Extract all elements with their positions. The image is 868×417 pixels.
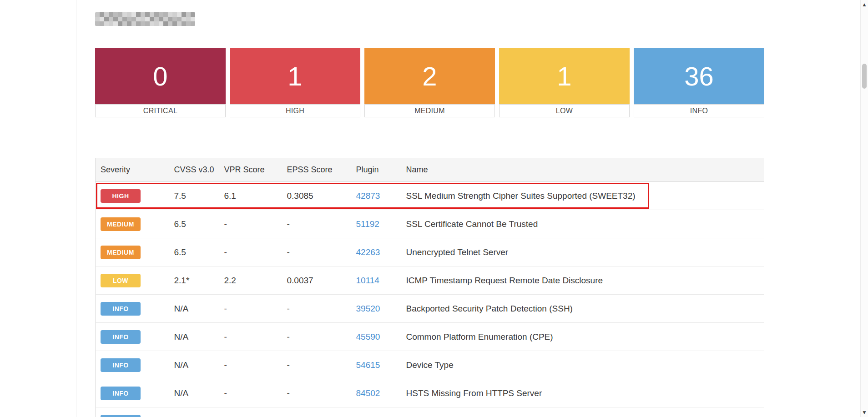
severity-card-label: CRITICAL xyxy=(95,104,226,117)
scroll-up-icon[interactable]: ▲ xyxy=(861,2,868,7)
table-row: INFO N/A - - 45590 Common Platform Enume… xyxy=(96,323,764,351)
severity-cell: LOW xyxy=(96,266,169,295)
severity-card-label: MEDIUM xyxy=(364,104,495,117)
vpr-value: - xyxy=(219,295,282,323)
severity-cell: INFO xyxy=(96,407,169,417)
plugin-cell: 45590 xyxy=(351,323,401,351)
severity-card-count: 1 xyxy=(230,48,360,104)
severity-card: 1 HIGH xyxy=(230,48,360,117)
epss-value: 0.0037 xyxy=(282,266,351,295)
severity-cell: INFO xyxy=(96,351,169,379)
severity-badge: INFO xyxy=(101,358,141,372)
finding-name: ICMP Timestamp Request Remote Date Discl… xyxy=(401,266,764,295)
plugin-cell: 10114 xyxy=(351,266,401,295)
severity-cell: HIGH xyxy=(96,182,169,210)
epss-value: - xyxy=(282,295,351,323)
plugin-cell xyxy=(351,407,401,417)
column-header: Name xyxy=(401,158,764,182)
severity-card-label: LOW xyxy=(499,104,630,117)
severity-badge: HIGH xyxy=(101,189,141,203)
column-header: Plugin xyxy=(351,158,401,182)
severity-cell: INFO xyxy=(96,323,169,351)
cvss-value: 6.5 xyxy=(169,210,219,238)
cvss-value: N/A xyxy=(169,323,219,351)
scroll-down-icon[interactable]: ▼ xyxy=(861,410,868,415)
table-row: INFO N/A - - 54615 Device Type xyxy=(96,351,764,379)
vpr-value: - xyxy=(219,379,282,407)
finding-name xyxy=(401,407,764,417)
finding-name: Device Type xyxy=(401,351,764,379)
severity-card-count: 36 xyxy=(634,48,764,104)
vertical-scrollbar[interactable]: ▲ ▼ xyxy=(860,0,868,417)
plugin-link[interactable]: 42873 xyxy=(356,191,380,201)
plugin-link[interactable]: 39520 xyxy=(356,304,380,313)
table-row: INFO xyxy=(96,407,764,417)
plugin-cell: 54615 xyxy=(351,351,401,379)
severity-badge: LOW xyxy=(101,274,141,287)
severity-card-label: INFO xyxy=(634,104,764,117)
vpr-value: - xyxy=(219,210,282,238)
table-row: MEDIUM 6.5 - - 42263 Unencrypted Telnet … xyxy=(96,238,764,266)
severity-badge: INFO xyxy=(101,387,141,400)
severity-card: 36 INFO xyxy=(634,48,764,117)
cvss-value xyxy=(169,407,219,417)
plugin-link[interactable]: 10114 xyxy=(356,276,379,285)
cvss-value: 7.5 xyxy=(169,182,219,210)
vpr-value: - xyxy=(219,351,282,379)
severity-badge: INFO xyxy=(101,302,141,316)
report-content: 0 CRITICAL 1 HIGH 2 MEDIUM 1 LOW 36 INFO… xyxy=(95,0,764,417)
severity-cell: INFO xyxy=(96,295,169,323)
severity-card: 0 CRITICAL xyxy=(95,48,226,117)
severity-cell: MEDIUM xyxy=(96,238,169,266)
plugin-cell: 51192 xyxy=(351,210,401,238)
finding-name: Backported Security Patch Detection (SSH… xyxy=(401,295,764,323)
severity-card-count: 0 xyxy=(95,48,226,104)
severity-card: 2 MEDIUM xyxy=(364,48,495,117)
severity-card-label: HIGH xyxy=(230,104,360,117)
plugin-link[interactable]: 54615 xyxy=(356,360,380,370)
epss-value: - xyxy=(282,351,351,379)
plugin-link[interactable]: 45590 xyxy=(356,332,380,342)
plugin-link[interactable]: 84502 xyxy=(356,388,380,398)
epss-value xyxy=(282,407,351,417)
severity-cell: MEDIUM xyxy=(96,210,169,238)
table-row: MEDIUM 6.5 - - 51192 SSL Certificate Can… xyxy=(96,210,764,238)
epss-value: 0.3085 xyxy=(282,182,351,210)
cvss-value: N/A xyxy=(169,295,219,323)
severity-card-count: 2 xyxy=(364,48,495,104)
findings-table-wrap: SeverityCVSS v3.0VPR ScoreEPSS ScorePlug… xyxy=(95,158,764,417)
column-header: VPR Score xyxy=(219,158,282,182)
vpr-value: 6.1 xyxy=(219,182,282,210)
severity-card: 1 LOW xyxy=(499,48,630,117)
findings-table: SeverityCVSS v3.0VPR ScoreEPSS ScorePlug… xyxy=(95,158,764,417)
plugin-link[interactable]: 42263 xyxy=(356,247,380,257)
finding-name: Unencrypted Telnet Server xyxy=(401,238,764,266)
finding-name: SSL Certificate Cannot Be Trusted xyxy=(401,210,764,238)
vpr-value xyxy=(219,407,282,417)
redacted-host-title xyxy=(95,12,195,26)
table-row: INFO N/A - - 39520 Backported Security P… xyxy=(96,295,764,323)
table-header-row: SeverityCVSS v3.0VPR ScoreEPSS ScorePlug… xyxy=(96,158,764,182)
severity-badge: MEDIUM xyxy=(101,246,141,259)
cvss-value: N/A xyxy=(169,351,219,379)
epss-value: - xyxy=(282,379,351,407)
plugin-cell: 84502 xyxy=(351,379,401,407)
severity-badge: MEDIUM xyxy=(101,217,141,231)
severity-badge: INFO xyxy=(101,415,141,417)
plugin-cell: 39520 xyxy=(351,295,401,323)
table-body: HIGH 7.5 6.1 0.3085 42873 SSL Medium Str… xyxy=(96,182,764,417)
vpr-value: 2.2 xyxy=(219,266,282,295)
plugin-link[interactable]: 51192 xyxy=(356,219,379,229)
page-edge-right xyxy=(856,0,856,417)
scrollbar-thumb[interactable] xyxy=(862,64,867,89)
severity-cell: INFO xyxy=(96,379,169,407)
vpr-value: - xyxy=(219,323,282,351)
column-header: CVSS v3.0 xyxy=(169,158,219,182)
cvss-value: N/A xyxy=(169,379,219,407)
finding-name: Common Platform Enumeration (CPE) xyxy=(401,323,764,351)
severity-card-count: 1 xyxy=(499,48,630,104)
plugin-cell: 42873 xyxy=(351,182,401,210)
vpr-value: - xyxy=(219,238,282,266)
epss-value: - xyxy=(282,210,351,238)
column-header: EPSS Score xyxy=(282,158,351,182)
